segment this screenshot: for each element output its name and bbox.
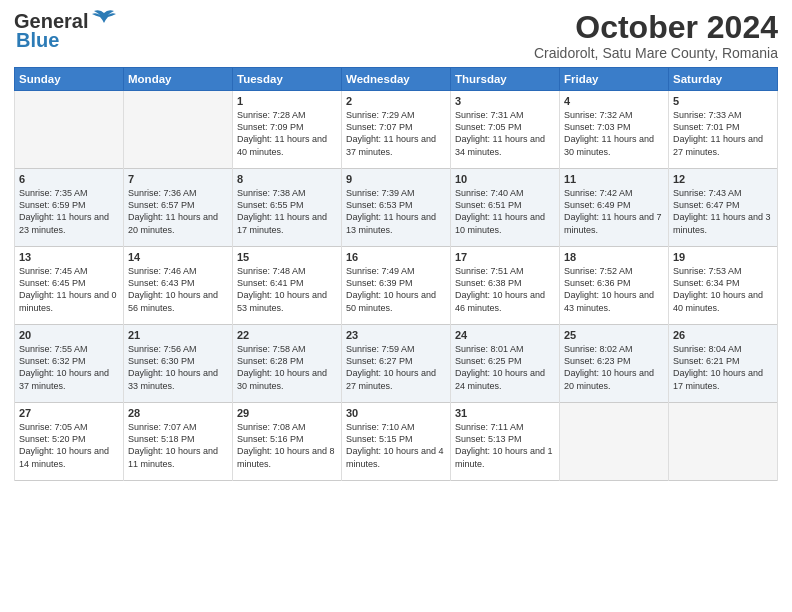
calendar-cell: 15Sunrise: 7:48 AM Sunset: 6:41 PM Dayli… (233, 247, 342, 325)
day-number: 24 (455, 329, 555, 341)
header-friday: Friday (560, 68, 669, 91)
calendar-title: October 2024 (534, 10, 778, 45)
day-info: Sunrise: 7:33 AM Sunset: 7:01 PM Dayligh… (673, 110, 763, 156)
day-info: Sunrise: 7:56 AM Sunset: 6:30 PM Dayligh… (128, 344, 218, 390)
calendar-cell: 1Sunrise: 7:28 AM Sunset: 7:09 PM Daylig… (233, 91, 342, 169)
calendar-cell (669, 403, 778, 481)
calendar-cell (124, 91, 233, 169)
calendar-cell: 10Sunrise: 7:40 AM Sunset: 6:51 PM Dayli… (451, 169, 560, 247)
calendar-table: SundayMondayTuesdayWednesdayThursdayFrid… (14, 67, 778, 481)
day-number: 2 (346, 95, 446, 107)
page-header: General Blue October 2024 Craidorolt, Sa… (14, 10, 778, 61)
day-info: Sunrise: 7:51 AM Sunset: 6:38 PM Dayligh… (455, 266, 545, 312)
day-number: 25 (564, 329, 664, 341)
day-number: 31 (455, 407, 555, 419)
calendar-cell: 24Sunrise: 8:01 AM Sunset: 6:25 PM Dayli… (451, 325, 560, 403)
calendar-header-row: SundayMondayTuesdayWednesdayThursdayFrid… (15, 68, 778, 91)
header-thursday: Thursday (451, 68, 560, 91)
day-number: 1 (237, 95, 337, 107)
day-info: Sunrise: 8:04 AM Sunset: 6:21 PM Dayligh… (673, 344, 763, 390)
day-number: 30 (346, 407, 446, 419)
day-number: 20 (19, 329, 119, 341)
calendar-cell: 3Sunrise: 7:31 AM Sunset: 7:05 PM Daylig… (451, 91, 560, 169)
day-info: Sunrise: 7:45 AM Sunset: 6:45 PM Dayligh… (19, 266, 117, 312)
day-info: Sunrise: 7:05 AM Sunset: 5:20 PM Dayligh… (19, 422, 109, 468)
calendar-cell: 31Sunrise: 7:11 AM Sunset: 5:13 PM Dayli… (451, 403, 560, 481)
day-number: 10 (455, 173, 555, 185)
day-number: 28 (128, 407, 228, 419)
day-number: 14 (128, 251, 228, 263)
calendar-cell: 25Sunrise: 8:02 AM Sunset: 6:23 PM Dayli… (560, 325, 669, 403)
calendar-cell (560, 403, 669, 481)
calendar-week-row: 1Sunrise: 7:28 AM Sunset: 7:09 PM Daylig… (15, 91, 778, 169)
calendar-cell: 12Sunrise: 7:43 AM Sunset: 6:47 PM Dayli… (669, 169, 778, 247)
day-number: 7 (128, 173, 228, 185)
calendar-cell: 8Sunrise: 7:38 AM Sunset: 6:55 PM Daylig… (233, 169, 342, 247)
day-info: Sunrise: 7:46 AM Sunset: 6:43 PM Dayligh… (128, 266, 218, 312)
calendar-cell: 6Sunrise: 7:35 AM Sunset: 6:59 PM Daylig… (15, 169, 124, 247)
day-info: Sunrise: 7:10 AM Sunset: 5:15 PM Dayligh… (346, 422, 444, 468)
calendar-cell: 14Sunrise: 7:46 AM Sunset: 6:43 PM Dayli… (124, 247, 233, 325)
day-number: 26 (673, 329, 773, 341)
calendar-cell: 27Sunrise: 7:05 AM Sunset: 5:20 PM Dayli… (15, 403, 124, 481)
day-number: 18 (564, 251, 664, 263)
calendar-cell: 20Sunrise: 7:55 AM Sunset: 6:32 PM Dayli… (15, 325, 124, 403)
day-info: Sunrise: 8:01 AM Sunset: 6:25 PM Dayligh… (455, 344, 545, 390)
day-info: Sunrise: 7:32 AM Sunset: 7:03 PM Dayligh… (564, 110, 654, 156)
calendar-subtitle: Craidorolt, Satu Mare County, Romania (534, 45, 778, 61)
day-info: Sunrise: 7:55 AM Sunset: 6:32 PM Dayligh… (19, 344, 109, 390)
day-info: Sunrise: 7:48 AM Sunset: 6:41 PM Dayligh… (237, 266, 327, 312)
calendar-cell: 30Sunrise: 7:10 AM Sunset: 5:15 PM Dayli… (342, 403, 451, 481)
calendar-week-row: 27Sunrise: 7:05 AM Sunset: 5:20 PM Dayli… (15, 403, 778, 481)
calendar-cell: 28Sunrise: 7:07 AM Sunset: 5:18 PM Dayli… (124, 403, 233, 481)
day-info: Sunrise: 7:39 AM Sunset: 6:53 PM Dayligh… (346, 188, 436, 234)
calendar-cell: 11Sunrise: 7:42 AM Sunset: 6:49 PM Dayli… (560, 169, 669, 247)
day-number: 12 (673, 173, 773, 185)
day-number: 23 (346, 329, 446, 341)
header-wednesday: Wednesday (342, 68, 451, 91)
day-info: Sunrise: 7:43 AM Sunset: 6:47 PM Dayligh… (673, 188, 771, 234)
day-number: 6 (19, 173, 119, 185)
day-info: Sunrise: 7:59 AM Sunset: 6:27 PM Dayligh… (346, 344, 436, 390)
day-info: Sunrise: 7:40 AM Sunset: 6:51 PM Dayligh… (455, 188, 545, 234)
calendar-week-row: 13Sunrise: 7:45 AM Sunset: 6:45 PM Dayli… (15, 247, 778, 325)
day-info: Sunrise: 8:02 AM Sunset: 6:23 PM Dayligh… (564, 344, 654, 390)
day-number: 16 (346, 251, 446, 263)
calendar-cell: 9Sunrise: 7:39 AM Sunset: 6:53 PM Daylig… (342, 169, 451, 247)
day-info: Sunrise: 7:42 AM Sunset: 6:49 PM Dayligh… (564, 188, 662, 234)
day-info: Sunrise: 7:52 AM Sunset: 6:36 PM Dayligh… (564, 266, 654, 312)
title-block: October 2024 Craidorolt, Satu Mare Count… (534, 10, 778, 61)
day-info: Sunrise: 7:07 AM Sunset: 5:18 PM Dayligh… (128, 422, 218, 468)
day-number: 8 (237, 173, 337, 185)
day-number: 5 (673, 95, 773, 107)
day-info: Sunrise: 7:35 AM Sunset: 6:59 PM Dayligh… (19, 188, 109, 234)
day-info: Sunrise: 7:11 AM Sunset: 5:13 PM Dayligh… (455, 422, 553, 468)
calendar-cell: 18Sunrise: 7:52 AM Sunset: 6:36 PM Dayli… (560, 247, 669, 325)
logo-bird-icon (90, 9, 118, 29)
day-number: 17 (455, 251, 555, 263)
day-info: Sunrise: 7:36 AM Sunset: 6:57 PM Dayligh… (128, 188, 218, 234)
calendar-cell: 29Sunrise: 7:08 AM Sunset: 5:16 PM Dayli… (233, 403, 342, 481)
day-info: Sunrise: 7:49 AM Sunset: 6:39 PM Dayligh… (346, 266, 436, 312)
day-number: 3 (455, 95, 555, 107)
day-info: Sunrise: 7:08 AM Sunset: 5:16 PM Dayligh… (237, 422, 335, 468)
day-info: Sunrise: 7:28 AM Sunset: 7:09 PM Dayligh… (237, 110, 327, 156)
day-number: 22 (237, 329, 337, 341)
calendar-cell: 5Sunrise: 7:33 AM Sunset: 7:01 PM Daylig… (669, 91, 778, 169)
day-number: 11 (564, 173, 664, 185)
logo-text-blue: Blue (16, 29, 59, 52)
header-monday: Monday (124, 68, 233, 91)
calendar-cell: 19Sunrise: 7:53 AM Sunset: 6:34 PM Dayli… (669, 247, 778, 325)
calendar-cell: 7Sunrise: 7:36 AM Sunset: 6:57 PM Daylig… (124, 169, 233, 247)
day-info: Sunrise: 7:31 AM Sunset: 7:05 PM Dayligh… (455, 110, 545, 156)
day-number: 15 (237, 251, 337, 263)
calendar-cell: 23Sunrise: 7:59 AM Sunset: 6:27 PM Dayli… (342, 325, 451, 403)
calendar-cell: 16Sunrise: 7:49 AM Sunset: 6:39 PM Dayli… (342, 247, 451, 325)
calendar-cell: 4Sunrise: 7:32 AM Sunset: 7:03 PM Daylig… (560, 91, 669, 169)
day-number: 4 (564, 95, 664, 107)
day-info: Sunrise: 7:38 AM Sunset: 6:55 PM Dayligh… (237, 188, 327, 234)
calendar-week-row: 20Sunrise: 7:55 AM Sunset: 6:32 PM Dayli… (15, 325, 778, 403)
day-number: 13 (19, 251, 119, 263)
day-number: 29 (237, 407, 337, 419)
calendar-cell (15, 91, 124, 169)
